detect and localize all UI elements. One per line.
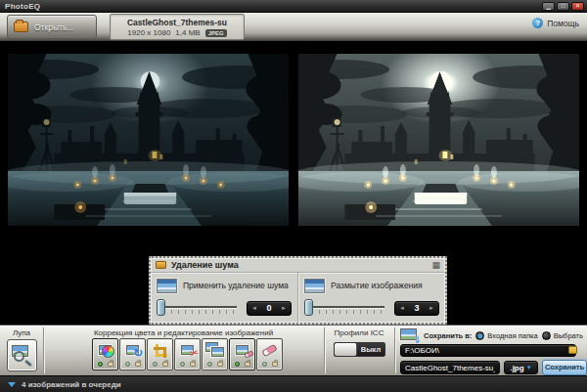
noise-spinner[interactable]: ◄ 0 ► xyxy=(247,301,292,316)
blur-spinner[interactable]: ◄ 3 ► xyxy=(394,301,439,316)
tool-resize-button[interactable]: ✂ xyxy=(174,338,201,370)
radio-input-folder[interactable]: Входная папка xyxy=(475,331,537,340)
blur-section: Размытие изображения ◄ 3 ► xyxy=(297,273,445,324)
color-wheel-icon xyxy=(102,345,114,358)
tool-eraser-button[interactable] xyxy=(256,338,283,370)
photoeq-window: PhotoEQ ▁ □ ✕ Открыть... CastleGhost_7th… xyxy=(0,0,587,392)
tool-crop-button[interactable] xyxy=(147,338,173,370)
file-size: 1,4 MB xyxy=(175,28,200,37)
eraser-icon xyxy=(261,343,277,357)
close-icon[interactable]: ✕ xyxy=(571,2,584,11)
lock-icon xyxy=(135,362,141,367)
top-toolbar: Открыть... CastleGhost_7themes-su 1920 x… xyxy=(0,13,587,42)
save-to-icon: ⇓ xyxy=(400,328,420,342)
loupe-button[interactable] xyxy=(7,339,37,371)
tool-rotate-button[interactable]: ↻ xyxy=(119,338,146,370)
photo-icon xyxy=(211,347,224,357)
noise-slider[interactable] xyxy=(157,298,239,318)
icc-section: Профили ICC Выкл xyxy=(324,326,394,376)
dialog-icon xyxy=(156,261,166,269)
minimize-icon[interactable]: ▁ xyxy=(542,2,555,11)
noise-value: 0 xyxy=(266,303,271,313)
chevron-down-icon: ▼ xyxy=(526,365,532,370)
blur-thumb-icon xyxy=(304,279,325,293)
loupe-section: Лупа xyxy=(0,326,43,376)
radio-choose-folder[interactable]: Выбрать xyxy=(542,331,583,340)
radio-selected-icon[interactable] xyxy=(475,331,484,340)
queue-text: 4 изображений в очереди xyxy=(22,380,121,389)
blur-slider[interactable] xyxy=(304,298,386,318)
tools-section: Коррекция цвета и редактирование изображ… xyxy=(43,326,324,376)
queue-triangle-icon[interactable] xyxy=(8,382,16,387)
status-dot xyxy=(153,362,158,367)
file-info-panel: CastleGhost_7themes-su 1920 x 1080 1,4 M… xyxy=(110,14,245,40)
tools-label: Коррекция цвета и редактирование изображ… xyxy=(43,328,324,337)
noise-thumb-icon xyxy=(157,279,177,293)
status-dot xyxy=(98,362,103,367)
browse-folder-icon[interactable] xyxy=(568,346,577,354)
noise-removal-dialog: Удаление шума ▦ Применить удаление шума xyxy=(149,256,447,325)
tool-retouch-button[interactable] xyxy=(229,338,255,370)
icc-state: Выкл xyxy=(357,343,384,356)
dialog-title: Удаление шума xyxy=(171,260,239,270)
format-dropdown[interactable]: .jpg ▼ xyxy=(504,361,538,374)
titlebar: PhotoEQ ▁ □ ✕ xyxy=(0,0,587,13)
blur-value: 3 xyxy=(414,303,419,313)
lock-icon xyxy=(245,362,250,367)
toggle-knob[interactable] xyxy=(335,343,357,356)
image-preview-original[interactable] xyxy=(8,54,289,226)
app-title: PhotoEQ xyxy=(5,2,40,11)
dock-icon[interactable]: ▦ xyxy=(431,261,440,270)
dialog-header[interactable]: Удаление шума ▦ xyxy=(151,258,445,273)
scissors-icon: ✂ xyxy=(188,346,200,361)
folder-icon xyxy=(14,22,28,32)
icc-toggle[interactable]: Выкл xyxy=(334,342,385,357)
file-format-badge: JPEG xyxy=(205,29,227,37)
help-label: Помощь xyxy=(547,19,579,28)
lock-icon xyxy=(272,362,278,367)
help-button[interactable]: ? Помощь xyxy=(532,18,579,28)
increment-icon[interactable]: ► xyxy=(281,305,287,311)
save-section: ⇓ Сохранить в: Входная папка Выбрать .jp… xyxy=(394,326,587,376)
status-dot xyxy=(262,362,267,367)
decrement-icon[interactable]: ◄ xyxy=(251,305,257,311)
tool-color-correction-button[interactable] xyxy=(92,338,118,370)
lock-icon xyxy=(108,362,113,367)
filename-input[interactable] xyxy=(400,361,500,374)
open-button[interactable]: Открыть... xyxy=(7,15,97,39)
magnifier-icon xyxy=(14,351,24,362)
radio-icon[interactable] xyxy=(542,331,551,340)
lock-icon xyxy=(190,362,196,367)
rotate-icon: ↻ xyxy=(133,347,143,359)
image-preview-processed[interactable] xyxy=(298,54,579,226)
status-dot xyxy=(235,362,240,367)
blur-label: Размытие изображения xyxy=(331,281,423,290)
maximize-icon[interactable]: □ xyxy=(557,2,569,11)
increment-icon[interactable]: ► xyxy=(429,305,434,311)
file-name: CastleGhost_7themes-su xyxy=(111,18,244,27)
format-value: .jpg xyxy=(510,364,523,372)
help-icon: ? xyxy=(532,18,543,28)
icc-label: Профили ICC xyxy=(324,328,394,337)
noise-label: Применить удаление шума xyxy=(183,281,289,290)
open-button-label: Открыть... xyxy=(34,22,73,32)
decrement-icon[interactable]: ◄ xyxy=(399,305,405,311)
lock-icon xyxy=(217,362,223,367)
lock-icon xyxy=(162,362,168,367)
save-to-label: Сохранить в: xyxy=(424,331,472,340)
status-dot xyxy=(125,362,130,367)
preview-canvas: Удаление шума ▦ Применить удаление шума xyxy=(0,42,587,325)
save-button[interactable]: Сохранить xyxy=(542,360,587,375)
bottom-toolbar: Лупа Коррекция цвета и редактирование из… xyxy=(0,325,587,375)
crop-icon xyxy=(153,344,167,357)
file-dimensions: 1920 x 1080 xyxy=(127,28,170,37)
noise-section: Применить удаление шума ◄ 0 ► xyxy=(151,273,297,324)
noise-slider-handle[interactable] xyxy=(157,299,165,316)
tool-compare-button[interactable] xyxy=(202,338,228,370)
loupe-label: Лупа xyxy=(0,328,43,337)
status-dot xyxy=(180,362,185,367)
status-bar: 4 изображений в очереди xyxy=(0,375,587,392)
blur-slider-handle[interactable] xyxy=(304,299,313,316)
output-path-input[interactable] xyxy=(400,344,576,357)
status-dot xyxy=(207,362,212,367)
